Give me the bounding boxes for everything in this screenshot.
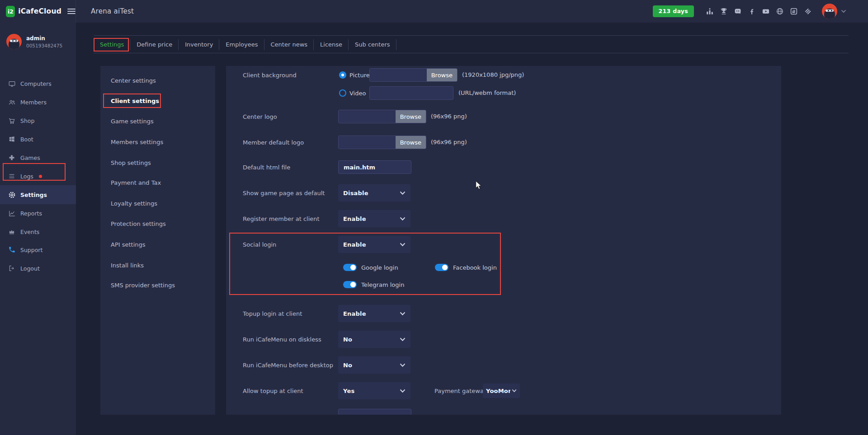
sidebar-item-members[interactable]: Members <box>0 93 76 112</box>
allow-topup-label: Allow topup at client <box>243 388 303 394</box>
sidebar-item-events[interactable]: Events <box>0 223 76 241</box>
trophy-icon[interactable] <box>720 7 728 15</box>
social-login-label: Social login <box>243 241 276 248</box>
allow-topup-select[interactable]: Yes <box>338 382 410 399</box>
tab-license[interactable]: License <box>314 36 349 53</box>
google-login-toggle[interactable] <box>343 264 357 271</box>
select-value: Enable <box>343 241 366 248</box>
select-value: Yes <box>343 388 354 394</box>
picture-browse-button[interactable]: Browse <box>427 69 457 81</box>
nav-center-settings[interactable]: Center settings <box>111 77 156 84</box>
icafemenu-diskless-select[interactable]: No <box>338 331 410 348</box>
picture-radio[interactable] <box>339 71 346 79</box>
icafecloud-icon[interactable] <box>790 7 798 15</box>
hamburger-menu-icon[interactable] <box>67 8 75 14</box>
register-member-label: Register member at client <box>243 215 320 222</box>
show-game-page-label: Show game page as default <box>243 190 325 196</box>
nav-sms-provider-settings[interactable]: SMS provider settings <box>111 282 175 289</box>
sidebar-item-logs[interactable]: Logs <box>0 167 76 186</box>
gamepad-icon <box>8 154 16 162</box>
nav-loyalty-settings[interactable]: Loyalty settings <box>111 200 157 207</box>
app-logo[interactable]: i2 iCafeCloud <box>0 0 76 23</box>
telegram-login-toggle[interactable] <box>343 281 357 288</box>
sidebar-user: admin 005193482475 <box>0 29 76 54</box>
sidebar-item-boot[interactable]: Boot <box>0 130 76 149</box>
cart-icon <box>8 117 16 125</box>
chevron-down-icon[interactable] <box>841 9 846 13</box>
sidebar-item-label: Support <box>20 247 42 253</box>
tab-define-price[interactable]: Define price <box>130 36 179 53</box>
sidebar-item-computers[interactable]: Computers <box>0 75 76 93</box>
center-logo-browse-button[interactable]: Browse <box>396 110 426 123</box>
tab-employees[interactable]: Employees <box>219 36 264 53</box>
nav-install-links[interactable]: Install links <box>111 262 144 269</box>
nav-client-settings[interactable]: Client settings <box>111 98 159 104</box>
discord-icon[interactable] <box>734 7 742 15</box>
show-game-page-select[interactable]: Disable <box>338 184 410 201</box>
sidebar-item-label: Logout <box>20 265 40 272</box>
user-avatar[interactable] <box>822 4 837 19</box>
topbar-right: 213 days <box>653 4 868 19</box>
sidebar-item-reports[interactable]: Reports <box>0 204 76 223</box>
license-days-badge[interactable]: 213 days <box>653 5 694 17</box>
sidebar-item-support[interactable]: Support <box>0 241 76 259</box>
next-setting-input-partial[interactable] <box>338 409 411 415</box>
google-login-label: Google login <box>361 264 398 271</box>
member-logo-hint: (96x96 png) <box>431 139 467 145</box>
nav-api-settings[interactable]: API settings <box>111 241 146 248</box>
center-logo-hint: (96x96 png) <box>431 113 467 120</box>
payment-gateway-select[interactable]: YooMoney <box>483 384 520 398</box>
icafemenu-desktop-label: Run iCafeMenu before desktop <box>243 362 333 369</box>
facebook-icon[interactable] <box>748 7 756 15</box>
nav-shop-settings[interactable]: Shop settings <box>111 159 151 166</box>
register-member-select[interactable]: Enable <box>338 210 410 227</box>
default-html-input[interactable]: main.htm <box>338 160 411 174</box>
sidebar-item-shop[interactable]: Shop <box>0 112 76 130</box>
user-id: 005193482475 <box>26 43 62 48</box>
facebook-login-label: Facebook login <box>453 264 497 271</box>
center-tabs: Settings Define price Inventory Employee… <box>94 35 849 53</box>
tab-label: Employees <box>226 41 258 48</box>
social-login-select[interactable]: Enable <box>338 236 410 253</box>
chevron-down-icon <box>400 312 406 316</box>
facebook-login-toggle[interactable] <box>435 264 448 271</box>
nav-game-settings[interactable]: Game settings <box>111 118 154 125</box>
sidebar-avatar[interactable] <box>6 34 22 49</box>
layers-icon[interactable] <box>804 7 812 15</box>
sidebar-item-games[interactable]: Games <box>0 149 76 167</box>
telegram-login-label: Telegram login <box>361 281 404 288</box>
select-value: Disable <box>343 190 368 196</box>
video-radio-label: Video <box>349 90 366 97</box>
sidebar-item-label: Events <box>20 229 39 235</box>
logo-text: iCafeCloud <box>18 7 61 15</box>
tab-sub-centers[interactable]: Sub centers <box>349 36 396 53</box>
center-logo-file-input[interactable] <box>339 110 396 123</box>
youtube-icon[interactable] <box>762 7 770 15</box>
tab-settings[interactable]: Settings <box>94 36 130 53</box>
settings-nav-panel: Center settings Client settings Game set… <box>100 66 215 415</box>
nav-payment-and-tax[interactable]: Payment and Tax <box>111 179 161 186</box>
video-radio[interactable] <box>339 89 346 97</box>
default-html-label: Default html file <box>243 164 290 171</box>
monitor-icon <box>8 80 16 88</box>
member-logo-file-input[interactable] <box>339 136 396 149</box>
icafecloud-logo-icon: i2 <box>6 6 15 17</box>
users-icon <box>8 98 16 106</box>
tab-inventory[interactable]: Inventory <box>179 36 219 53</box>
sidebar-item-logout[interactable]: Logout <box>0 259 76 278</box>
tab-center-news[interactable]: Center news <box>264 36 314 53</box>
globe-icon[interactable] <box>776 7 784 15</box>
sidebar-item-settings[interactable]: Settings <box>0 185 76 204</box>
icafemenu-desktop-select[interactable]: No <box>338 356 410 374</box>
member-logo-group: Browse <box>338 136 426 149</box>
logout-icon <box>8 265 16 272</box>
ranking-icon[interactable] <box>706 7 714 15</box>
nav-protection-settings[interactable]: Protection settings <box>111 220 166 227</box>
topup-login-select[interactable]: Enable <box>338 305 410 322</box>
nav-members-settings[interactable]: Members settings <box>111 139 163 145</box>
sidebar: admin 005193482475 Computers Members Sho… <box>0 23 76 435</box>
center-logo-group: Browse <box>338 110 426 123</box>
picture-file-input[interactable] <box>370 69 427 81</box>
member-logo-browse-button[interactable]: Browse <box>396 136 426 149</box>
video-url-input[interactable] <box>369 86 453 100</box>
